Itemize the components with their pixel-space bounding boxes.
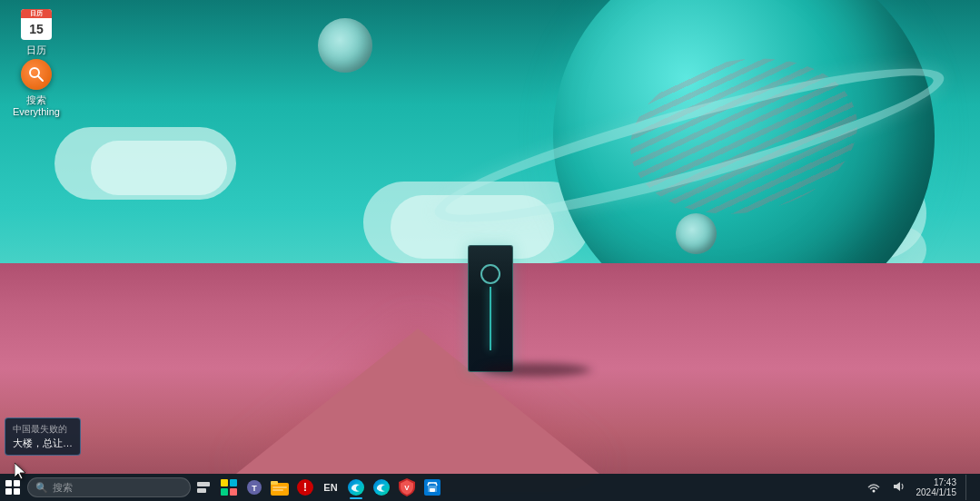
svg-point-21 <box>872 489 875 492</box>
svg-point-20 <box>434 483 436 485</box>
svg-text:!: ! <box>303 481 307 494</box>
taskview-button[interactable] <box>191 474 216 501</box>
notification-body: 大楼，总让… <box>13 437 73 450</box>
edge-browser-button[interactable] <box>343 474 369 501</box>
svg-rect-3 <box>230 479 237 486</box>
file-explorer-icon <box>271 479 289 496</box>
svg-rect-5 <box>230 488 237 496</box>
edge-browser-button-2[interactable] <box>369 474 394 501</box>
calendar-day: 15 <box>21 18 52 40</box>
moon-small-2 <box>676 213 717 254</box>
everything-label-sub: 搜索 <box>26 94 46 106</box>
vpn-icon: V <box>399 478 415 496</box>
notification-popup: 中国最失败的 大楼，总让… <box>5 418 81 456</box>
antivirus-icon: ! <box>296 478 314 496</box>
start-button[interactable] <box>0 474 25 501</box>
volume-tray-icon[interactable] <box>889 478 907 497</box>
calendar-icon: 日历 15 <box>21 9 52 40</box>
clock-time: 17:43 <box>916 477 957 487</box>
antivirus-button[interactable]: ! <box>292 474 318 501</box>
svg-rect-9 <box>271 481 278 485</box>
taskbar-search[interactable]: 🔍 搜索 <box>27 477 191 497</box>
calendar-month: 日历 <box>21 9 52 18</box>
svg-rect-4 <box>221 488 228 496</box>
calendar-icon-img: 日历 15 <box>20 8 53 41</box>
cloud-2 <box>91 141 227 195</box>
svg-text:V: V <box>404 484 410 492</box>
widgets-icon <box>221 479 237 496</box>
windows-icon <box>5 480 20 495</box>
store-button[interactable] <box>420 474 445 501</box>
chat-icon: T <box>245 478 263 496</box>
desktop-icon-everything[interactable]: 搜索 Everything <box>5 54 68 122</box>
svg-rect-18 <box>430 488 435 492</box>
clock-date: 2024/1/15 <box>916 487 957 497</box>
edge-icon <box>347 478 365 496</box>
svg-point-19 <box>429 483 431 485</box>
moon-small-1 <box>318 18 372 73</box>
svg-rect-10 <box>272 486 287 488</box>
taskview-icon <box>197 482 210 493</box>
language-button[interactable]: EN <box>318 474 343 501</box>
taskbar: 🔍 搜索 T <box>0 474 980 501</box>
svg-rect-2 <box>221 479 228 486</box>
svg-line-1 <box>38 76 43 81</box>
file-explorer-button[interactable] <box>267 474 292 501</box>
desktop-icon-calendar[interactable]: 日历 15 日历 <box>5 5 68 60</box>
everything-icon-img <box>20 58 53 91</box>
vpn-button[interactable]: V <box>394 474 420 501</box>
svg-text:T: T <box>252 484 257 493</box>
search-icon: 🔍 <box>35 482 48 494</box>
edge-icon-2 <box>372 478 391 496</box>
chat-button[interactable]: T <box>242 474 267 501</box>
notification-title: 中国最失败的 <box>13 423 73 436</box>
everything-icon <box>21 59 52 90</box>
search-placeholder: 搜索 <box>53 481 73 495</box>
widgets-button[interactable] <box>216 474 242 501</box>
svg-rect-11 <box>272 489 283 491</box>
desktop: 日历 15 日历 搜索 Everything 中国最失败的 大楼，总让… <box>0 0 980 501</box>
show-desktop-button[interactable] <box>965 475 971 500</box>
store-icon <box>423 478 441 496</box>
monolith <box>468 245 513 372</box>
language-indicator: EN <box>321 480 340 495</box>
system-tray: 17:43 2024/1/15 <box>864 475 981 500</box>
mountain <box>236 329 599 474</box>
everything-label: Everything <box>13 106 60 118</box>
monolith-shadow <box>481 363 590 377</box>
system-clock[interactable]: 17:43 2024/1/15 <box>913 476 961 499</box>
network-tray-icon[interactable] <box>864 478 884 497</box>
